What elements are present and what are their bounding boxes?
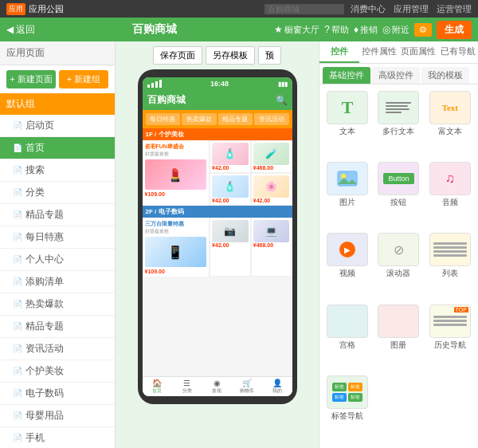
product-image: 🧪 — [253, 143, 290, 165]
sidebar-item-launch[interactable]: 📄 启动页 — [0, 115, 115, 137]
top-badge: TOP — [454, 307, 468, 312]
widget-grid-item[interactable]: 宫格 — [324, 305, 370, 371]
back-arrow-icon: ◀ — [6, 24, 14, 35]
consumer-center-link[interactable]: 消费中心 — [351, 3, 386, 15]
back-button[interactable]: ◀ 返回 — [6, 23, 35, 37]
star-icon: ★ — [274, 24, 283, 35]
phone-banner: 每日特惠 热卖爆款 精品专题 资讯活动 — [143, 110, 292, 128]
sidebar-header: 应用页面 — [0, 41, 115, 65]
grid-widget-icon — [327, 305, 368, 338]
sidebar-item-bestsellers[interactable]: 📄 热卖爆款 — [0, 293, 115, 316]
sidebar-item-wishlist[interactable]: 📄 添购清单 — [0, 271, 115, 293]
operations-link[interactable]: 运营管理 — [437, 3, 472, 15]
history-widget-icon: TOP — [429, 305, 471, 338]
save-template-button[interactable]: 另存模板 — [206, 46, 255, 65]
promotion-icon: ♦ — [354, 24, 358, 35]
widget-multiline[interactable]: 多行文本 — [375, 91, 421, 157]
button-widget-label: 按钮 — [390, 197, 406, 208]
sidebar-item-label: 精品专题 — [25, 320, 64, 333]
right-panel: 控件 控件属性 页面属性 已有导航 基础控件 高级控件 我的模板 T 文本 — [319, 41, 478, 448]
nearby-link[interactable]: ◎ 附近 — [382, 24, 409, 36]
page-icon: 📄 — [13, 277, 22, 286]
tab-widgets[interactable]: 控件 — [319, 41, 359, 63]
phone-nav-home[interactable]: 🏠 首页 — [143, 377, 173, 396]
brand-logo: 应用 应用公园 — [6, 3, 64, 15]
nearby-label: 附近 — [392, 24, 409, 36]
page-icon: 📄 — [13, 322, 22, 331]
sidebar-item-featured[interactable]: 📄 精品专题 — [0, 204, 115, 226]
product-item[interactable]: 📷 ¥42.00 — [210, 218, 251, 277]
sidebar-item-label: 热卖爆款 — [25, 297, 64, 311]
save-page-button[interactable]: 保存页面 — [153, 46, 202, 65]
subtab-templates[interactable]: 我的模板 — [421, 67, 469, 84]
widget-richtext[interactable]: Text 富文本 — [427, 91, 473, 157]
store-hall-link[interactable]: ★ 橱窗大厅 — [274, 24, 319, 36]
tab-page-props[interactable]: 页面属性 — [399, 41, 439, 63]
sidebar-item-profile[interactable]: 📄 个人中心 — [0, 249, 115, 271]
sidebar-item-category[interactable]: 📄 分类 — [0, 182, 115, 204]
widget-text[interactable]: T 文本 — [324, 91, 370, 157]
sidebar-item-label: 手机 — [25, 431, 45, 445]
generate-button[interactable]: 生成 — [437, 21, 472, 39]
preview-button[interactable]: 预 — [258, 46, 281, 65]
widget-album[interactable]: 图册 — [375, 305, 421, 371]
sidebar-item-baby[interactable]: 📄 母婴用品 — [0, 405, 115, 427]
sidebar-item-phone[interactable]: 📄 手机 — [0, 427, 115, 448]
gear-button[interactable]: ⚙ — [414, 23, 432, 37]
phone-screen: 16:48 ▮▮▮ 百购商城 🔍 每日特惠 热卖爆款 精品专题 — [143, 77, 292, 396]
album-widget-label: 图册 — [390, 340, 406, 351]
banner-tab-daily[interactable]: 每日特惠 — [146, 113, 181, 125]
banner-tab-premium[interactable]: 精品专题 — [218, 113, 253, 125]
sidebar-item-label: 个人中心 — [25, 253, 64, 266]
tab-nav[interactable]: 已有导航 — [438, 41, 478, 63]
product-item[interactable]: 🧴 ¥42.00 — [210, 173, 251, 206]
subtab-advanced[interactable]: 高级控件 — [372, 67, 420, 84]
widget-tagnav[interactable]: 标签 标签 标签 标签 标签导航 — [324, 375, 370, 442]
product-item[interactable]: 🌸 ¥42.00 — [251, 173, 292, 206]
product-item[interactable]: 🧴 ¥42.00 — [210, 140, 251, 173]
banner-tab-hot[interactable]: 热卖爆款 — [182, 113, 217, 125]
tab-widget-props[interactable]: 控件属性 — [359, 41, 399, 63]
sidebar-item-premium[interactable]: 📄 精品专题 — [0, 316, 115, 338]
product-item[interactable]: 🧪 ¥468.00 — [251, 140, 292, 173]
new-page-button[interactable]: + 新建页面 — [6, 70, 56, 88]
phone-nav-discover[interactable]: ◉ 发现 — [202, 377, 233, 396]
sidebar-item-search[interactable]: 📄 搜索 — [0, 159, 115, 182]
phone-time: 16:48 — [210, 80, 229, 88]
product-price: ¥42.00 — [212, 242, 249, 248]
product-item[interactable]: 💻 ¥468.00 — [251, 218, 292, 277]
widget-image[interactable]: 图片 — [324, 162, 370, 228]
sidebar-item-electronics[interactable]: 📄 电子数码 — [0, 383, 115, 405]
widget-history[interactable]: TOP 历史导航 — [427, 305, 473, 371]
product-price: ¥42.00 — [253, 198, 290, 203]
sidebar-item-home[interactable]: 📄 首页 — [0, 137, 115, 159]
product-image: 🧴 — [212, 143, 249, 165]
search-input[interactable] — [264, 4, 344, 14]
top-nav-links: 消费中心 应用管理 运营管理 — [351, 3, 472, 15]
widget-carousel[interactable]: ⊘ 滚动器 — [375, 233, 421, 299]
section1-price: ¥109.00 — [145, 191, 207, 197]
page-icon: 📄 — [13, 434, 22, 442]
sidebar-item-daily[interactable]: 📄 每日特惠 — [0, 226, 115, 249]
help-link[interactable]: ? 帮助 — [324, 24, 349, 36]
location-icon: ◎ — [382, 24, 390, 35]
promotion-link[interactable]: ♦ 推销 — [354, 24, 378, 36]
widget-button[interactable]: Button 按钮 — [375, 162, 421, 228]
subtab-basic[interactable]: 基础控件 — [323, 67, 370, 84]
phone-nav-category[interactable]: ☰ 分类 — [172, 377, 202, 396]
home-icon: 🏠 — [152, 379, 162, 387]
section2-desc: 三万台限量特惠 — [145, 220, 207, 228]
phone-nav-mine[interactable]: 👤 我的 — [262, 377, 292, 396]
sidebar-default-group[interactable]: 默认组 — [0, 93, 115, 115]
sidebar-item-beauty[interactable]: 📄 个护美妆 — [0, 360, 115, 383]
widget-video[interactable]: ▶ 视频 — [324, 233, 370, 299]
phone-nav-cart[interactable]: 🛒 购物车 — [232, 377, 262, 396]
app-manage-link[interactable]: 应用管理 — [394, 3, 429, 15]
new-group-button[interactable]: + 新建组 — [59, 70, 108, 88]
discover-icon: ◉ — [214, 379, 221, 387]
widget-list[interactable]: 列表 — [427, 233, 473, 299]
widget-audio[interactable]: ♫ 音频 — [427, 162, 473, 228]
phone-app-name: 百购商城 — [147, 93, 186, 107]
banner-tab-news[interactable]: 资讯活动 — [254, 113, 289, 125]
sidebar-item-news[interactable]: 📄 资讯活动 — [0, 338, 115, 360]
